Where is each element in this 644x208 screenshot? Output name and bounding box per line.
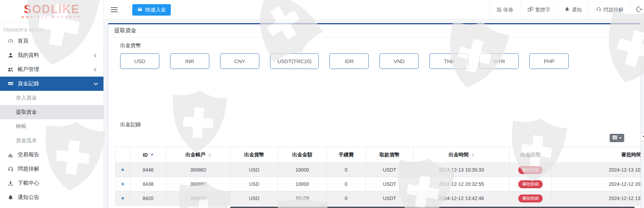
sidebar-item-download-center[interactable]: 下載中心 [0,176,103,190]
brand-logo[interactable]: SODLIKE CAPITAL MARKETS [0,0,103,23]
cell-approval-time: 2024-12-12 20:33:19 [552,177,641,191]
col-id[interactable]: ID [130,147,166,163]
cell-currency: USD [231,163,278,177]
currency-button-thb[interactable]: THB [429,53,469,69]
col-withdraw-time[interactable]: 出金時間 [413,147,510,163]
status-badge: 審批拒絕 [518,166,543,174]
sidebar-item-label: 問題排解 [18,165,39,173]
brand-name: SODLIKE [24,3,80,15]
sort-icon [471,153,474,157]
sidebar-item-trade-report[interactable]: 交易報告 [0,148,103,162]
sidebar-item-profile[interactable]: 我的資料 [0,48,103,62]
quick-deposit-label: 快速入金 [145,7,166,13]
page-title: 提取資金 [114,27,136,34]
cell-id: 8420 [130,191,166,206]
sidebar-item-fund-records[interactable]: 資金記錄 [0,77,103,91]
currency-button-inr[interactable]: INR [170,53,209,69]
sidebar-item-home[interactable]: 首頁 [0,34,103,48]
table-view-button[interactable] [610,134,624,142]
cell-payout-currency: USDT [366,163,413,177]
expand-row-button[interactable]: + [121,166,125,173]
language-switcher[interactable]: 繁體字 [520,0,558,19]
cell-payout-currency: USDT [366,191,413,206]
chevron-left-icon [94,68,98,71]
col-fee: 手續費 [327,147,366,163]
cell-withdraw-time: 2024-12-13 10:35:33 [413,163,510,177]
expand-row-button[interactable]: + [121,181,125,187]
cell-id: 8438 [130,177,166,191]
currency-button-usdt-trc20[interactable]: USDT(TRC20) [270,53,319,69]
col-expand [116,147,130,163]
currency-button-cny[interactable]: CNY [220,53,259,69]
sidebar-item-label: 我的資料 [18,52,39,59]
caret-down-icon [643,136,644,138]
table-filter-button[interactable] [641,133,644,141]
cell-account: 300882 [166,163,231,177]
withdraw-funds-card: 提取資金 出金貨幣 USD INR CNY USDT(TRC20) IDR VN… [108,23,641,208]
logout-button[interactable] [630,0,644,19]
headset-icon [7,166,14,172]
chevron-down-icon [94,81,98,85]
cell-approval-time: 2024-12-13 10:36:08 [552,163,641,177]
expand-row-button[interactable]: + [121,195,125,201]
sidebar-item-label: 通知公告 [18,194,39,201]
logout-icon [636,6,643,14]
caret-down-icon [619,137,622,139]
currency-button-php[interactable]: PHP [529,53,569,69]
speedometer-icon [7,38,14,44]
topbar: 快速入金 陈 保春 繁體字 通知 問題排解 [104,0,644,20]
col-status: 出金狀態 [510,147,552,163]
menu-toggle-icon[interactable] [111,6,118,14]
credit-card-icon [7,81,14,87]
sidebar-subitem-label: 資金流水 [16,137,37,144]
col-amount: 出金金額 [278,147,327,163]
sidebar-subitem-withdraw[interactable]: 提取資金 [0,105,103,119]
cell-fee: 0 [327,177,366,191]
col-currency: 出金貨幣 [231,147,278,163]
credit-card-icon [137,7,143,13]
bell-icon [564,7,570,13]
cell-amount: 10000 [278,177,327,191]
withdraw-records-label: 出金記錄 [120,121,141,128]
cell-amount: 10000 [278,191,327,206]
status-badge: 審批拒絕 [518,180,543,188]
sidebar-item-label: 資金記錄 [18,80,39,87]
status-badge: 審批拒絕 [518,194,543,202]
currency-button-vnd[interactable]: VND [379,53,419,69]
col-payout-currency: 取款貨幣 [366,147,413,163]
sidebar-item-troubleshoot[interactable]: 問題排解 [0,162,103,176]
cell-currency: USD [231,177,278,191]
table-row: + 8438 300882 USD 10000 0 USDT 2024-12-1… [116,177,641,191]
cell-payout-currency: USDT [366,177,413,191]
username: 陈 保春 [497,7,513,13]
sidebar-subitem-fund-flow[interactable]: 資金流水 [0,133,103,148]
table-row: + 8420 300882 USD 10000 0 USDT 2024-12-1… [116,191,641,206]
horizontal-scrollbar[interactable] [230,207,635,208]
cell-fee: 0 [327,163,366,177]
withdraw-records-table: ID 出金帳戶 出金貨幣 出金金額 手續費 取款貨幣 出金時間 出金狀態 審批時… [115,147,641,206]
table-grid-icon [612,135,618,141]
currency-options: USD INR CNY USDT(TRC20) IDR VND THB MYR … [120,53,569,69]
cell-account: 300882 [166,177,231,191]
col-account[interactable]: 出金帳戶 [166,147,231,163]
cell-account: 300882 [166,191,231,206]
sidebar-item-accounts[interactable]: 帳戶管理 [0,62,103,77]
cell-amount: 10000 [278,163,327,177]
sidebar-subitem-deposit[interactable]: 存入資金 [0,91,103,105]
sidebar-subitem-label: 提取資金 [16,109,37,115]
notifications-link[interactable]: 通知 [557,0,589,19]
sidebar-item-announcements[interactable]: 通知公告 [0,190,103,205]
currency-button-idr[interactable]: IDR [329,53,369,69]
currency-button-usd[interactable]: USD [120,53,159,69]
table-header-row: ID 出金帳戶 出金貨幣 出金金額 手續費 取款貨幣 出金時間 出金狀態 審批時… [116,147,641,163]
support-link[interactable]: 問題排解 [589,0,630,19]
sidebar: SODLIKE CAPITAL MARKETS TRADER'S MENU 首頁… [0,0,104,208]
currency-button-myr[interactable]: MYR [479,53,519,69]
sidebar-item-label: 帳戶管理 [18,66,39,73]
user-menu[interactable]: 陈 保春 [490,0,520,19]
support-label: 問題排解 [603,7,624,13]
quick-deposit-button[interactable]: 快速入金 [132,4,171,16]
sidebar-subitem-transfer[interactable]: 轉帳 [0,119,103,133]
sidebar-menu-header: TRADER'S MENU [3,27,103,33]
sort-icon [208,153,211,157]
